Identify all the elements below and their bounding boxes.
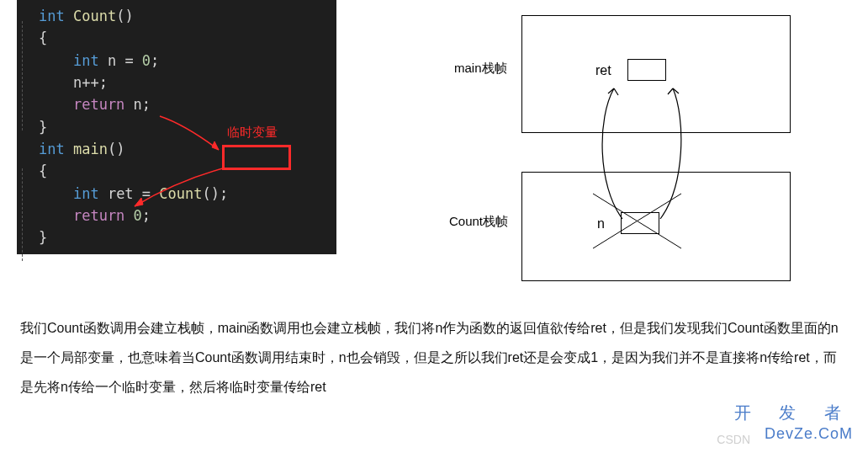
temp-var-label: 临时变量 [227, 123, 278, 142]
code-block: int Count() { int n = 0; n++; return n; … [17, 0, 336, 286]
op: ++; [82, 74, 108, 91]
ret-slot [627, 59, 666, 81]
brace: } [39, 229, 47, 246]
top-row: int Count() { int n = 0; n++; return n; … [0, 0, 868, 286]
kw: int [39, 141, 65, 157]
diagram: main栈帧 Count栈帧 ret n [336, 0, 851, 286]
csdn-watermark: CSDN [717, 433, 750, 446]
paren: () [108, 141, 124, 157]
kw: int [39, 8, 65, 24]
editor: int Count() { int n = 0; n++; return n; … [17, 0, 336, 254]
fn: main [65, 141, 108, 157]
kw: return [39, 207, 124, 224]
kw: return [39, 96, 124, 113]
semi: ; [142, 96, 151, 113]
arrow-from-return [151, 108, 227, 158]
semi: ; [151, 52, 159, 69]
brace: { [39, 162, 47, 179]
watermark-bottom: DevZe.CoM [765, 425, 853, 443]
ret-label: ret [595, 63, 611, 78]
fn: Count [65, 8, 116, 24]
explanation-text: 我们Count函数调用会建立栈帧，main函数调用也会建立栈帧，我们将n作为函数… [0, 286, 868, 402]
main-frame-label: main栈帧 [454, 61, 507, 77]
arrow-to-ret [126, 164, 227, 215]
temp-var-box [222, 145, 291, 170]
brace: } [39, 119, 47, 136]
brace: { [39, 29, 47, 46]
kw: int [39, 52, 99, 69]
ident: n [124, 96, 141, 113]
ident: n [99, 52, 116, 69]
op: = [116, 52, 142, 69]
paren: () [116, 8, 133, 24]
num: 0 [142, 52, 151, 69]
kw: int [39, 185, 99, 202]
fold-gutter [17, 0, 37, 254]
count-frame-label: Count栈帧 [449, 214, 508, 230]
watermark-top: 开 发 者 [734, 402, 853, 424]
ident: n [39, 74, 82, 91]
cross-out [589, 189, 690, 257]
